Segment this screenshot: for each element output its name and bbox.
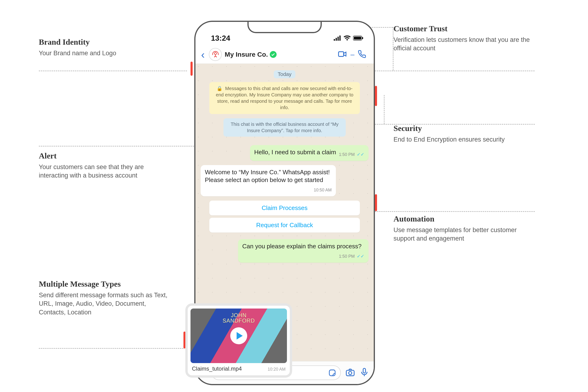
message-received[interactable]: Welcome to “My Insure Co.” WhatsApp assi… — [201, 165, 336, 196]
callout-body: Use message templates for better custome… — [394, 226, 534, 243]
phone-notch — [248, 22, 322, 33]
callout-multiple-message-types: Multiple Message Types Send different me… — [39, 280, 170, 316]
battery-icon — [353, 34, 364, 42]
callout-body: End to End Encryption ensures security — [394, 135, 534, 144]
quick-reply-claim-processes[interactable]: Claim Processes — [209, 200, 360, 216]
svg-rect-0 — [334, 39, 335, 41]
message-sent[interactable]: Hello, I need to submit a claim 1:50 PM … — [250, 145, 368, 161]
sticker-icon[interactable] — [328, 369, 336, 377]
message-text: Hello, I need to submit a claim — [254, 148, 336, 156]
lock-icon: 🔒 — [216, 86, 222, 91]
highlight-marker — [184, 332, 186, 348]
voice-call-icon[interactable] — [354, 50, 370, 59]
encryption-notice[interactable]: 🔒 Messages to this chat and calls are no… — [209, 82, 360, 114]
svg-rect-5 — [354, 37, 361, 40]
svg-rect-6 — [362, 37, 363, 39]
header-divider: – — [350, 50, 354, 58]
svg-rect-8 — [339, 52, 344, 56]
read-ticks-icon: ✓✓ — [357, 254, 364, 259]
callout-title: Alert — [39, 152, 170, 160]
connector-line — [39, 348, 184, 349]
day-pill: Today — [274, 70, 296, 78]
callout-title: Multiple Message Types — [39, 280, 170, 288]
connector-line — [375, 70, 534, 71]
svg-rect-9 — [329, 370, 335, 376]
message-time: 1:50 PM ✓✓ — [339, 152, 364, 158]
highlight-marker — [375, 194, 377, 211]
callout-customer-trust: Customer Trust Verification lets custome… — [394, 24, 534, 53]
read-ticks-icon: ✓✓ — [357, 152, 364, 157]
connector-line — [39, 70, 187, 71]
svg-rect-2 — [338, 37, 339, 41]
brand-logo-icon — [211, 50, 220, 59]
video-message-card[interactable]: JOHN SANDFORD Claims_tutorial.mp4 10:20 … — [188, 306, 290, 375]
callout-body: Verification lets customers know that yo… — [394, 36, 534, 53]
connector-line — [384, 95, 384, 124]
svg-rect-1 — [336, 38, 337, 41]
callout-body: Your customers can see that they are int… — [39, 163, 170, 180]
callout-title: Customer Trust — [394, 24, 534, 33]
video-thumb-text: JOHN SANDFORD — [222, 313, 255, 324]
callout-title: Security — [394, 124, 534, 133]
play-icon[interactable] — [230, 327, 247, 344]
camera-icon[interactable] — [346, 368, 355, 378]
message-text: Welcome to “My Insure Co.” WhatsApp assi… — [205, 168, 330, 184]
status-time: 13:24 — [206, 34, 230, 46]
message-time: 1:50 PM ✓✓ — [339, 254, 364, 259]
message-time: 10:50 AM — [314, 188, 332, 193]
quick-reply-request-callback[interactable]: Request for Callback — [209, 218, 360, 232]
back-icon[interactable]: ‹ — [200, 48, 206, 61]
status-icons — [334, 34, 364, 46]
svg-point-11 — [348, 372, 352, 374]
brand-avatar[interactable] — [209, 48, 222, 61]
callout-alert: Alert Your customers can see that they a… — [39, 152, 170, 180]
cell-signal-icon — [334, 34, 341, 42]
chat-header: ‹ My Insure Co. – — [196, 46, 374, 64]
video-call-icon[interactable] — [334, 50, 350, 60]
callout-title: Automation — [394, 214, 534, 224]
connector-line — [375, 211, 535, 212]
encryption-text: Messages to this chat and calls are now … — [216, 86, 354, 110]
message-sent[interactable]: Can you please explain the claims proces… — [238, 239, 368, 263]
svg-rect-3 — [340, 36, 340, 41]
callout-automation: Automation Use message templates for bet… — [394, 214, 534, 243]
brand-name[interactable]: My Insure Co. — [224, 51, 268, 58]
callout-security: Security End to End Encryption ensures s… — [394, 124, 534, 144]
callout-title: Brand Identity — [39, 38, 170, 46]
video-time: 10:20 AM — [268, 367, 286, 372]
business-account-notice[interactable]: This chat is with the official business … — [224, 118, 346, 136]
svg-rect-12 — [363, 368, 366, 373]
wifi-icon — [344, 34, 351, 42]
video-thumbnail[interactable]: JOHN SANDFORD — [190, 308, 287, 363]
callout-body: Send different message formats such as T… — [39, 291, 170, 316]
video-filename: Claims_tutorial.mp4 — [192, 366, 242, 372]
verified-badge-icon — [270, 51, 276, 58]
message-text: Can you please explain the claims proces… — [242, 243, 362, 250]
microphone-icon[interactable] — [360, 368, 369, 378]
callout-body: Your Brand name and Logo — [39, 49, 170, 58]
connector-line — [393, 27, 394, 70]
highlight-marker — [190, 62, 193, 76]
svg-point-7 — [214, 52, 216, 54]
callout-brand-identity: Brand Identity Your Brand name and Logo — [39, 38, 170, 58]
highlight-marker — [375, 86, 377, 106]
connector-line — [375, 124, 535, 125]
